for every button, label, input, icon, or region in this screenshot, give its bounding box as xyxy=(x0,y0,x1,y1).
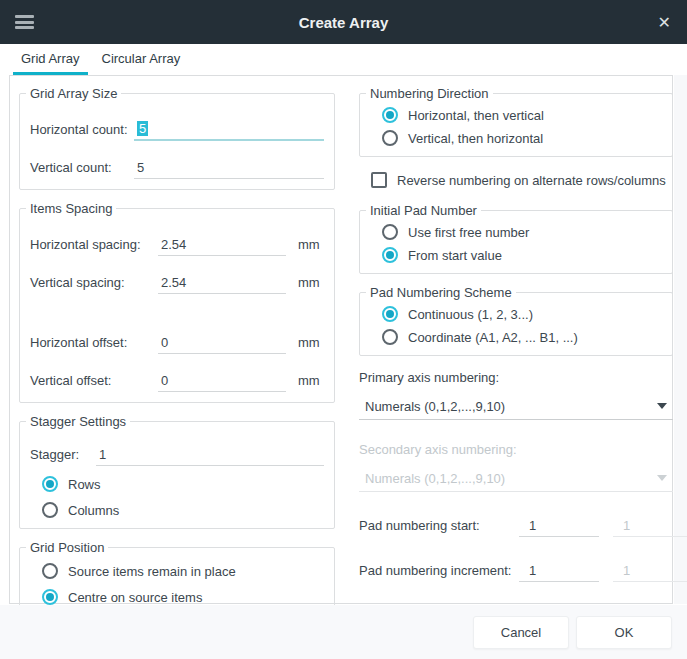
vertical-spacing-label: Vertical spacing: xyxy=(30,275,158,290)
pad-start-input[interactable]: 1 xyxy=(519,514,599,537)
pad-increment-input[interactable]: 1 xyxy=(519,559,599,582)
radio-horizontal-then-vertical[interactable]: Horizontal, then vertical xyxy=(382,107,662,123)
stagger-input[interactable]: 1 xyxy=(96,443,324,466)
group-legend: Grid Position xyxy=(26,540,108,555)
horizontal-offset-input[interactable]: 0 xyxy=(158,331,286,354)
vertical-count-input[interactable]: 5 xyxy=(134,156,324,179)
radio-icon xyxy=(382,130,398,146)
dialog-footer: Cancel OK xyxy=(0,605,687,659)
close-icon[interactable]: ✕ xyxy=(658,0,671,44)
secondary-axis-dropdown: Numerals (0,1,2,...,9,10) xyxy=(359,465,673,492)
radio-icon xyxy=(42,563,58,579)
radio-icon xyxy=(42,589,58,605)
radio-icon xyxy=(382,306,398,322)
group-legend: Initial Pad Number xyxy=(366,203,481,218)
primary-axis-label: Primary axis numbering: xyxy=(359,370,673,385)
radio-stagger-columns[interactable]: Columns xyxy=(42,502,324,518)
radio-icon xyxy=(42,476,58,492)
left-column: Grid Array Size Horizontal count: 5 Vert… xyxy=(19,86,335,627)
group-legend: Items Spacing xyxy=(26,201,116,216)
group-numbering-direction: Numbering Direction Horizontal, then ver… xyxy=(359,86,673,157)
group-stagger-settings: Stagger Settings Stagger: 1 Rows Columns xyxy=(19,414,335,529)
horizontal-count-input[interactable]: 5 xyxy=(134,118,324,141)
vertical-offset-input[interactable]: 0 xyxy=(158,369,286,392)
vertical-offset-label: Vertical offset: xyxy=(30,373,158,388)
chevron-down-icon xyxy=(657,475,667,481)
vertical-count-label: Vertical count: xyxy=(30,160,134,175)
pad-start-label: Pad numbering start: xyxy=(359,518,519,533)
radio-centre-on-source[interactable]: Centre on source items xyxy=(42,589,324,605)
radio-icon xyxy=(382,224,398,240)
pad-start-input-secondary: 1 xyxy=(613,514,687,537)
radio-icon xyxy=(382,107,398,123)
unit-label: mm xyxy=(298,237,324,252)
group-legend: Grid Array Size xyxy=(26,86,121,101)
dropdown-value: Numerals (0,1,2,...,9,10) xyxy=(365,471,505,486)
vertical-spacing-input[interactable]: 2.54 xyxy=(158,271,286,294)
radio-coordinate[interactable]: Coordinate (A1, A2, ... B1, ...) xyxy=(382,329,662,345)
unit-label: mm xyxy=(298,275,324,290)
radio-use-first-free-number[interactable]: Use first free number xyxy=(382,224,662,240)
ok-button[interactable]: OK xyxy=(576,616,672,649)
titlebar: Create Array ✕ xyxy=(0,0,687,44)
unit-label: mm xyxy=(298,335,324,350)
chevron-down-icon xyxy=(657,403,667,409)
window-title: Create Array xyxy=(0,14,687,31)
radio-vertical-then-horizontal[interactable]: Vertical, then horizontal xyxy=(382,130,662,146)
checkbox-icon xyxy=(371,172,387,188)
group-initial-pad-number: Initial Pad Number Use first free number… xyxy=(359,203,673,274)
pad-increment-label: Pad numbering increment: xyxy=(359,563,519,578)
hamburger-menu-icon[interactable] xyxy=(15,13,34,32)
radio-stagger-rows[interactable]: Rows xyxy=(42,476,324,492)
cancel-button[interactable]: Cancel xyxy=(473,616,569,649)
checkbox-reverse-numbering[interactable]: Reverse numbering on alternate rows/colu… xyxy=(371,172,673,188)
group-items-spacing: Items Spacing Horizontal spacing: 2.54 m… xyxy=(19,201,335,403)
group-legend: Pad Numbering Scheme xyxy=(366,285,516,300)
secondary-axis-label: Secondary axis numbering: xyxy=(359,442,673,457)
radio-from-start-value[interactable]: From start value xyxy=(382,247,662,263)
radio-icon xyxy=(42,502,58,518)
pad-increment-input-secondary: 1 xyxy=(613,559,687,582)
tab-grid-array[interactable]: Grid Array xyxy=(13,46,88,75)
tab-circular-array[interactable]: Circular Array xyxy=(94,46,189,75)
radio-source-items-remain[interactable]: Source items remain in place xyxy=(42,563,324,579)
horizontal-spacing-input[interactable]: 2.54 xyxy=(158,233,286,256)
group-legend: Numbering Direction xyxy=(366,86,493,101)
primary-axis-dropdown[interactable]: Numerals (0,1,2,...,9,10) xyxy=(359,393,673,420)
radio-icon xyxy=(382,329,398,345)
horizontal-count-label: Horizontal count: xyxy=(30,122,134,137)
right-column: Numbering Direction Horizontal, then ver… xyxy=(359,86,673,582)
horizontal-offset-label: Horizontal offset: xyxy=(30,335,158,350)
radio-continuous[interactable]: Continuous (1, 2, 3...) xyxy=(382,306,662,322)
unit-label: mm xyxy=(298,373,324,388)
dropdown-value: Numerals (0,1,2,...,9,10) xyxy=(365,399,505,414)
tab-bar: Grid Array Circular Array xyxy=(0,44,687,75)
grid-array-panel: Grid Array Size Horizontal count: 5 Vert… xyxy=(9,75,673,604)
pad-numbering-increment-row: Pad numbering increment: 1 1 xyxy=(359,559,673,582)
group-legend: Stagger Settings xyxy=(26,414,130,429)
group-grid-array-size: Grid Array Size Horizontal count: 5 Vert… xyxy=(19,86,335,190)
horizontal-spacing-label: Horizontal spacing: xyxy=(30,237,158,252)
selected-text: 5 xyxy=(137,121,148,136)
stagger-label: Stagger: xyxy=(30,447,96,462)
radio-icon xyxy=(382,247,398,263)
group-pad-numbering-scheme: Pad Numbering Scheme Continuous (1, 2, 3… xyxy=(359,285,673,356)
pad-numbering-start-row: Pad numbering start: 1 1 xyxy=(359,514,673,537)
